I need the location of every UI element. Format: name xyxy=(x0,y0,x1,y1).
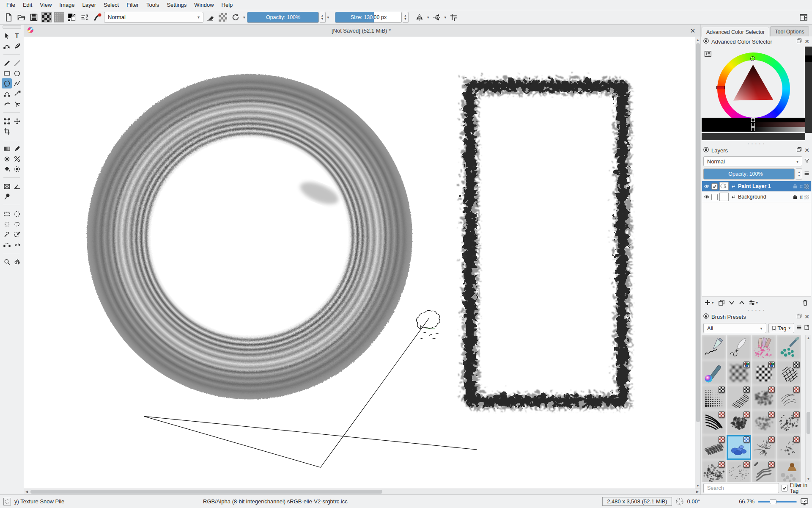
selector-settings-icon[interactable] xyxy=(704,50,712,59)
inherit-alpha-icon[interactable] xyxy=(804,195,809,199)
ellipse-tool[interactable] xyxy=(12,68,22,78)
brush-preset-halftone-icon[interactable] xyxy=(702,385,726,410)
document-tab-title[interactable]: [Not Saved] (52.1 MiB) * xyxy=(34,28,689,34)
enclose-fill-tool[interactable] xyxy=(12,164,22,174)
alpha-lock-icon[interactable]: α xyxy=(800,194,803,200)
brush-preset-smoke-wisp-icon[interactable] xyxy=(752,410,776,435)
new-document-icon[interactable] xyxy=(3,11,14,23)
lock-icon[interactable] xyxy=(703,313,709,320)
vertical-scroll-thumb[interactable] xyxy=(696,43,700,422)
opacity-slider[interactable]: Opacity: 100% Opacity: 100% xyxy=(247,12,319,23)
brush-preset-splatter-scatter-icon[interactable] xyxy=(776,410,801,435)
alpha-lock-icon[interactable]: α xyxy=(800,183,803,189)
filter-funnel-icon[interactable] xyxy=(804,158,809,165)
brush-preset-crosshatch-icon[interactable] xyxy=(776,360,801,385)
rotation-value[interactable]: 0.00° xyxy=(687,498,700,505)
measure-tool[interactable] xyxy=(12,181,22,191)
menu-settings[interactable]: Settings xyxy=(163,0,190,9)
layer-visibility-icon[interactable] xyxy=(704,183,710,189)
menu-filter[interactable]: Filter xyxy=(123,0,143,9)
brush-preset-feather-quill-icon[interactable] xyxy=(727,335,751,360)
workspace-chooser-icon[interactable] xyxy=(798,11,809,23)
shade-bar[interactable] xyxy=(702,122,805,127)
gradient-chooser-icon[interactable] xyxy=(41,11,52,23)
search-input[interactable] xyxy=(703,483,779,493)
zoom-tool[interactable] xyxy=(2,257,12,267)
shade-marker[interactable] xyxy=(751,118,755,122)
dynamic-brush-tool[interactable] xyxy=(2,99,12,109)
preset-scrollbar[interactable]: ▲ ▼ xyxy=(805,335,811,482)
layer-row[interactable]: Paint Layer 1α xyxy=(702,181,811,192)
preset-filter-combobox[interactable]: All▾ xyxy=(703,323,766,333)
layer-checkbox[interactable] xyxy=(711,183,718,190)
pan-tool[interactable] xyxy=(12,257,22,267)
float-panel-icon[interactable] xyxy=(796,147,802,154)
close-icon[interactable]: ✕ xyxy=(804,38,809,45)
brush-preset-pastel-pink-icon[interactable] xyxy=(752,335,776,360)
brush-preset-speckle-sparse-icon[interactable] xyxy=(776,435,801,460)
brush-preset-dots-teal-icon[interactable] xyxy=(776,335,801,360)
select-shapes-tool[interactable] xyxy=(2,30,12,41)
last-used-colors-strip[interactable] xyxy=(805,47,812,133)
layer-opacity-spinbox[interactable]: ▲▼ xyxy=(796,168,802,179)
menu-window[interactable]: Window xyxy=(190,0,217,9)
saturation-value-triangle[interactable] xyxy=(725,60,782,118)
crop-mark-icon[interactable] xyxy=(448,11,460,23)
float-panel-icon[interactable] xyxy=(796,313,802,320)
monitor-icon[interactable] xyxy=(800,497,809,506)
shade-marker[interactable] xyxy=(751,123,755,127)
layer-name[interactable]: Paint Layer 1 xyxy=(738,183,790,189)
canvas-horizontal-scrollbar[interactable]: ◀ ▶ xyxy=(24,489,700,494)
common-colors-strip[interactable] xyxy=(702,133,805,140)
move-layer-up-button[interactable] xyxy=(738,299,745,306)
preserve-alpha-icon[interactable] xyxy=(217,11,229,23)
zoom-slider[interactable] xyxy=(758,499,797,505)
layer-name[interactable]: Background xyxy=(738,194,790,200)
edit-shapes-tool[interactable] xyxy=(2,41,12,51)
brush-preset-airbrush-rainbow-icon[interactable] xyxy=(702,360,726,385)
layer-checkbox[interactable] xyxy=(711,194,718,200)
layer-opacity-slider[interactable]: Opacity: 100% xyxy=(703,168,795,179)
brush-preset-ink-pen-icon[interactable] xyxy=(702,335,726,360)
canvas-vertical-scrollbar[interactable]: ▲ ▼ xyxy=(695,37,700,489)
chevron-down-icon[interactable]: ▾ xyxy=(326,15,330,19)
shade-marker[interactable] xyxy=(751,127,755,131)
move-tool[interactable] xyxy=(12,116,22,126)
chevron-down-icon[interactable]: ▾ xyxy=(426,15,430,19)
brush-presets-icon[interactable] xyxy=(91,11,103,23)
tab-tool-options[interactable]: Tool Options xyxy=(770,26,809,36)
menu-help[interactable]: Help xyxy=(218,0,237,9)
move-layer-down-button[interactable] xyxy=(728,299,735,306)
fill-tool[interactable] xyxy=(2,164,12,174)
scroll-up-icon[interactable]: ▲ xyxy=(806,335,811,341)
brush-preset-speckle-fine-icon[interactable] xyxy=(727,460,751,482)
hue-marker[interactable] xyxy=(716,86,725,89)
smart-patch-tool[interactable] xyxy=(12,154,22,164)
menu-select[interactable]: Select xyxy=(100,0,123,9)
elliptical-selection-tool[interactable] xyxy=(12,209,22,219)
canvas-viewport[interactable]: ▲ ▼ xyxy=(24,37,700,489)
horizontal-mirror-icon[interactable] xyxy=(414,11,425,23)
hue-ring[interactable] xyxy=(717,52,790,125)
shade-bar[interactable] xyxy=(702,118,805,122)
brush-preset-scales-icon[interactable] xyxy=(702,435,726,460)
brush-preset-splatter-blob-icon[interactable] xyxy=(727,410,751,435)
color-cursor[interactable] xyxy=(750,56,755,61)
rectangular-selection-tool[interactable] xyxy=(2,209,12,219)
menu-image[interactable]: Image xyxy=(55,0,78,9)
reference-images-tool[interactable] xyxy=(2,191,12,202)
float-panel-icon[interactable] xyxy=(796,38,802,45)
save-icon[interactable] xyxy=(28,11,40,23)
brush-preset-fur-waves-icon[interactable] xyxy=(752,460,776,482)
scroll-down-icon[interactable]: ▼ xyxy=(695,483,700,489)
delete-layer-button[interactable] xyxy=(802,299,809,306)
eraser-icon[interactable] xyxy=(204,11,216,23)
menu-view[interactable]: View xyxy=(36,0,55,9)
magnetic-selection-tool[interactable] xyxy=(12,239,22,249)
scroll-left-icon[interactable]: ◀ xyxy=(24,489,30,494)
brush-preset-scratch-swirl-icon[interactable] xyxy=(776,385,801,410)
brush-preset-snow-pile-icon[interactable] xyxy=(727,435,751,460)
crop-tool[interactable] xyxy=(2,126,12,136)
close-icon[interactable]: ✕ xyxy=(804,313,809,320)
freehand-path-tool[interactable] xyxy=(12,88,22,99)
